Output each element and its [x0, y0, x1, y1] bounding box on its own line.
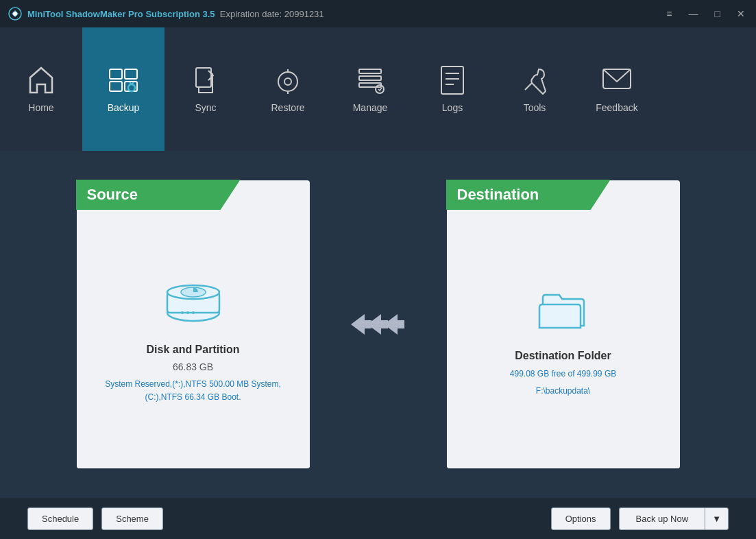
tools-icon [518, 64, 551, 97]
svg-rect-2 [110, 69, 122, 79]
svg-point-8 [284, 78, 291, 85]
svg-point-25 [192, 311, 195, 314]
svg-rect-13 [441, 67, 463, 94]
bottom-bar: Schedule Scheme Options Back up Now ▼ [0, 498, 756, 539]
svg-rect-10 [359, 76, 381, 80]
svg-rect-9 [359, 69, 381, 73]
bottom-right-buttons: Options Back up Now ▼ [551, 507, 729, 530]
svg-rect-3 [125, 69, 137, 79]
destination-path: F:\backupdata\ [536, 385, 590, 398]
destination-title: Destination Folder [515, 350, 611, 362]
source-body: Disk and Partition 66.83 GB System Reser… [77, 211, 310, 468]
nav-item-feedback[interactable]: Feedback [576, 27, 658, 151]
restore-icon [271, 64, 304, 97]
svg-point-7 [278, 72, 297, 91]
manage-icon [354, 64, 387, 97]
svg-rect-4 [110, 82, 122, 91]
svg-point-24 [186, 311, 189, 314]
source-detail: System Reserved,(*:),NTFS 500.00 MB Syst… [105, 378, 281, 404]
disk-icon [159, 275, 228, 333]
minimize-button[interactable]: — [686, 7, 701, 21]
home-icon [25, 64, 58, 97]
destination-free-space: 499.08 GB free of 499.99 GB [510, 368, 616, 381]
title-bar-title: MiniTool ShadowMaker Pro Subscription 3.… [27, 9, 324, 19]
maximize-button[interactable]: □ [712, 7, 723, 21]
destination-card[interactable]: Destination Destination Folder 499.08 GB… [447, 180, 680, 468]
title-bar-controls: ≡ — □ ✕ [663, 7, 748, 21]
source-size: 66.83 GB [173, 361, 213, 372]
nav-item-tools[interactable]: Tools [493, 27, 576, 151]
app-logo-icon [8, 7, 22, 21]
nav-item-home[interactable]: Home [0, 27, 82, 151]
backup-icon [107, 64, 140, 97]
svg-line-17 [525, 83, 532, 90]
nav-item-restore[interactable]: Restore [247, 27, 329, 151]
nav-tools-label: Tools [524, 102, 546, 113]
nav-home-label: Home [28, 102, 53, 113]
backup-dropdown-button[interactable]: ▼ [705, 507, 729, 530]
destination-body: Destination Folder 499.08 GB free of 499… [447, 211, 680, 468]
source-header: Source [76, 180, 241, 210]
nav-item-manage[interactable]: Manage [329, 27, 411, 151]
svg-point-12 [376, 85, 384, 93]
navbar: Home Backup Sync Restore [0, 27, 756, 151]
schedule-button[interactable]: Schedule [27, 507, 93, 530]
source-title: Disk and Partition [146, 344, 239, 356]
nav-sync-label: Sync [195, 102, 216, 113]
main-content: Source Disk and Partition 66. [0, 151, 756, 498]
arrow-container [351, 311, 406, 338]
destination-header: Destination [446, 180, 611, 210]
logs-icon [436, 64, 469, 97]
nav-backup-label: Backup [108, 102, 140, 113]
folder-icon [529, 281, 598, 339]
nav-feedback-label: Feedback [596, 102, 637, 113]
options-button[interactable]: Options [551, 507, 611, 530]
nav-item-backup[interactable]: Backup [82, 27, 164, 151]
scheme-button[interactable]: Scheme [101, 507, 163, 530]
nav-restore-label: Restore [271, 102, 304, 113]
backup-now-button[interactable]: Back up Now [619, 507, 705, 530]
title-bar: MiniTool ShadowMaker Pro Subscription 3.… [0, 0, 756, 27]
direction-arrows [351, 311, 406, 338]
sync-icon [189, 64, 222, 97]
feedback-icon [600, 64, 633, 97]
svg-point-1 [13, 12, 17, 16]
title-bar-left: MiniTool ShadowMaker Pro Subscription 3.… [8, 7, 324, 21]
menu-button[interactable]: ≡ [663, 7, 674, 21]
close-button[interactable]: ✕ [734, 7, 748, 21]
bottom-left-buttons: Schedule Scheme [27, 507, 163, 530]
svg-point-23 [181, 311, 184, 314]
nav-logs-label: Logs [442, 102, 463, 113]
nav-manage-label: Manage [353, 102, 388, 113]
source-card[interactable]: Source Disk and Partition 66. [77, 180, 310, 468]
nav-item-logs[interactable]: Logs [411, 27, 493, 151]
nav-item-sync[interactable]: Sync [164, 27, 247, 151]
